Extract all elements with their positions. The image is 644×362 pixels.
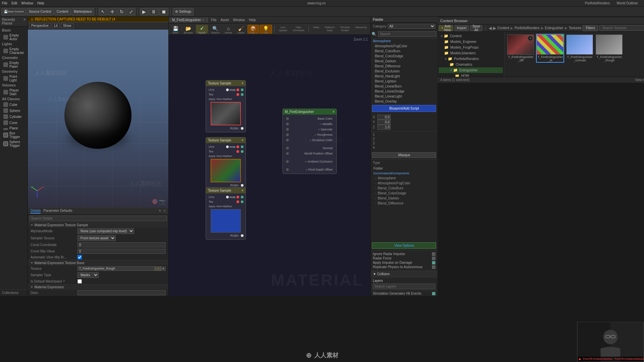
radar-force-checkbox[interactable]: [432, 257, 435, 260]
mat-editor-tab-close[interactable]: ×: [202, 18, 204, 22]
hierarchy-btn[interactable]: Hierarchy: [353, 25, 369, 34]
texture-sample-node-3[interactable]: Texture Sample × UVs RGB: [206, 187, 246, 240]
view-options-cb-btn[interactable]: View Options: [635, 78, 644, 82]
add-new-btn[interactable]: + Add New: [439, 25, 453, 31]
play-btn[interactable]: ▶: [140, 8, 148, 15]
sampler-type-select[interactable]: Masks Color Normal: [77, 272, 99, 278]
perspective-btn[interactable]: Perspective: [29, 23, 51, 28]
coll-mat-btn[interactable]: 📦 Coll...: [248, 25, 259, 34]
apply-mat-btn[interactable]: ✓ Apply: [196, 25, 208, 34]
prop-atmosfogcolor[interactable]: AtmosphericFogColor: [371, 181, 437, 186]
stats-btn[interactable]: Stats: [311, 25, 322, 34]
sampler-source-select[interactable]: From texture asset: [77, 235, 116, 241]
marketplace-btn[interactable]: Marketplace: [71, 8, 94, 15]
import-btn[interactable]: Import: [454, 25, 469, 31]
window-tab[interactable]: Window: [233, 18, 245, 22]
help-tab[interactable]: Help: [249, 18, 256, 22]
preview-nodes-btn[interactable]: Preview Nodes: [338, 25, 352, 34]
palette-item-blend-lighten[interactable]: Blend_Lighten: [371, 79, 437, 84]
empty-pawn-item[interactable]: Empty Pawn: [2, 60, 25, 69]
cleanup-mat-btn[interactable]: 🧹 Clean Up: [235, 25, 247, 34]
details-close-btn[interactable]: ×: [159, 209, 161, 214]
palette-item-blend-hardlight[interactable]: Blend_HardLight: [371, 74, 437, 79]
cone-item[interactable]: Cone: [2, 120, 25, 126]
live-update-btn[interactable]: Live Update: [276, 25, 290, 34]
asset-diff[interactable]: T T_FireExtinguisher_diff: [507, 35, 534, 62]
asset-m[interactable]: T_FireExtinguisher_M: [537, 35, 564, 62]
parameter-defaults-tab[interactable]: Parameter Defaults: [43, 209, 72, 214]
show-btn[interactable]: Show: [61, 23, 73, 28]
collision-section[interactable]: ▼ Collision: [371, 270, 437, 277]
details-tab[interactable]: Details: [31, 209, 41, 214]
prop-blend-colorburn[interactable]: Blend_ColorBurn: [371, 186, 437, 191]
folder-cinematics[interactable]: 📁 Cinematics: [439, 62, 503, 67]
pause-btn[interactable]: ⏸: [149, 8, 158, 15]
ts3-close[interactable]: ×: [241, 189, 244, 192]
m-fire-node[interactable]: M_FireExtinguisher × Base Color ○ Metall…: [282, 109, 337, 174]
hide-unrelated-btn[interactable]: Hide Unrelated: [290, 25, 307, 34]
texture-clear-btn[interactable]: ×: [161, 266, 166, 271]
palette-item-blend-linearburn[interactable]: Blend_LinearBurn: [371, 84, 437, 89]
apply-impulse-checkbox[interactable]: [432, 261, 435, 264]
blueprint-add-script-btn[interactable]: Blueprint/Add Script: [372, 105, 436, 112]
viewport-icon2[interactable]: 📷: [159, 198, 166, 205]
asset-tab[interactable]: Asset: [220, 18, 229, 22]
folder-extinguisher[interactable]: ▼ 📁 Extinguisher: [439, 67, 503, 73]
node-graph[interactable]: MATERIAL Zoom 1:1 Texture Sample ×: [169, 35, 371, 296]
folder-models-jolanders[interactable]: 📁 ModelsJolanders: [439, 50, 503, 56]
const-mip-input[interactable]: [77, 249, 166, 254]
palette-item-blend-colorburn[interactable]: Blend_ColorBurn: [371, 49, 437, 54]
save-mat-btn[interactable]: 💾 Save: [170, 25, 181, 34]
search-layers-input[interactable]: [373, 284, 435, 289]
content-btn[interactable]: Content: [54, 8, 71, 15]
bc-textures[interactable]: Textures: [569, 26, 582, 30]
ts2-close[interactable]: ×: [241, 138, 244, 142]
menu-window[interactable]: Window: [21, 1, 33, 5]
box-trigger-item[interactable]: Box Trigger: [2, 131, 25, 139]
search-mat-btn[interactable]: 🔍 Search: [209, 25, 222, 34]
category-select[interactable]: All: [388, 24, 435, 29]
palette-item-blend-lineardodge[interactable]: Blend_LinearDodge: [371, 89, 437, 94]
const-coord-input[interactable]: [77, 242, 166, 247]
cylinder-item[interactable]: Cylinder: [2, 114, 25, 120]
scale-tool[interactable]: ⤢: [127, 8, 136, 15]
desc-input[interactable]: [77, 290, 166, 295]
settings-btn[interactable]: ⚙ Settings: [173, 8, 194, 15]
view-options-btn[interactable]: View Options: [372, 242, 436, 249]
viewport-3d[interactable]: 人人素材社区 人人素材社区 人人素材社区 🎯 📷 X: [28, 29, 168, 207]
panel-collapse-icon[interactable]: ×: [23, 18, 25, 25]
stop-btn[interactable]: ⏹: [159, 8, 168, 15]
select-tool[interactable]: ↖: [99, 8, 107, 15]
nav-forward-btn[interactable]: ▶: [493, 26, 496, 31]
browse-mat-btn[interactable]: 📂 Browse: [181, 25, 195, 34]
translate-tool[interactable]: ✛: [108, 8, 117, 15]
auto-mip-checkbox[interactable]: [77, 255, 82, 259]
source-control-btn[interactable]: Source Control: [26, 8, 54, 15]
save-all-btn[interactable]: Save All: [470, 25, 482, 31]
palette-item-blend-darken[interactable]: Blend_Darken: [371, 59, 437, 64]
bc-portfolio[interactable]: PortfolioRenders: [515, 26, 539, 30]
ignore-radar-checkbox[interactable]: [432, 252, 435, 256]
z-input[interactable]: [377, 125, 391, 130]
folder-models-eng[interactable]: 📁 Models_Engineer: [439, 39, 503, 45]
plane-item[interactable]: Plane: [2, 126, 25, 131]
mat-editor-tab[interactable]: M_FireExtinguisher ×: [169, 17, 208, 22]
palette-cat-atmosphere[interactable]: Atmosphere: [371, 38, 437, 44]
lit-nodes-mat-btn[interactable]: 💡 Lit Nodes: [260, 25, 272, 34]
palette-item-blend-exclusion[interactable]: Blend_Exclusion: [371, 69, 437, 74]
menu-file[interactable]: File: [2, 1, 7, 5]
sphere-trigger-item[interactable]: Sphere Trigger: [2, 139, 25, 148]
texture-base-section[interactable]: Material Expression Texture Base: [28, 260, 168, 265]
point-light-item[interactable]: Point Light: [2, 74, 25, 83]
platform-stats-btn[interactable]: Platform Stats: [322, 25, 337, 34]
file-tab[interactable]: File: [211, 18, 216, 22]
m-fire-close[interactable]: ×: [333, 110, 335, 114]
filters-btn[interactable]: Filters: [583, 25, 598, 31]
palette-item-blend-overlay[interactable]: Blend_Overlay: [371, 99, 437, 104]
folder-models-frog[interactable]: 📁 Models_FrogProps: [439, 45, 503, 50]
bc-content[interactable]: Content: [497, 26, 509, 30]
empty-char-item[interactable]: Empty Character: [2, 47, 25, 55]
asset-rough[interactable]: T_FireExtinguisher_Rough: [596, 35, 623, 62]
empty-actor-item[interactable]: Empty Actor: [2, 33, 25, 42]
palette-item-blend-linearlight[interactable]: Blend_LinearLight: [371, 94, 437, 99]
